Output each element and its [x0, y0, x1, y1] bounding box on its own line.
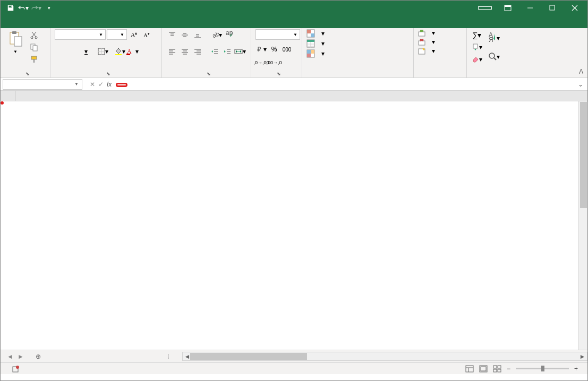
svg-rect-14: [126, 54, 130, 55]
svg-rect-28: [419, 32, 425, 36]
fx-icon[interactable]: fx: [107, 81, 112, 88]
svg-rect-38: [466, 366, 473, 372]
undo-icon[interactable]: ▾: [18, 2, 29, 14]
align-bottom-icon[interactable]: [192, 29, 203, 41]
format-painter-icon[interactable]: [28, 54, 40, 65]
redo-icon[interactable]: ▾: [30, 2, 42, 14]
sheet-nav-prev-icon[interactable]: ◄: [7, 353, 13, 360]
percent-icon[interactable]: %: [268, 44, 280, 55]
cut-icon[interactable]: [28, 29, 40, 41]
svg-rect-25: [307, 50, 311, 54]
align-middle-icon[interactable]: [179, 29, 191, 41]
svg-text:₽: ₽: [257, 46, 261, 53]
select-all-corner[interactable]: [1, 91, 15, 101]
zoom-in-icon[interactable]: +: [574, 365, 578, 373]
horizontal-scrollbar[interactable]: ◄ ►: [182, 352, 587, 361]
dialog-launcher-icon[interactable]: ⬊: [207, 71, 211, 76]
increase-font-icon[interactable]: A▴: [128, 29, 140, 41]
svg-text:ab: ab: [226, 31, 233, 37]
align-center-icon[interactable]: [179, 46, 191, 57]
ribbon-options-icon[interactable]: [497, 1, 518, 15]
font-color-icon[interactable]: A▾: [127, 46, 139, 57]
svg-rect-27: [307, 54, 311, 57]
dialog-launcher-icon[interactable]: ⬊: [106, 71, 110, 76]
increase-decimal-icon[interactable]: ,0→,00: [255, 57, 267, 68]
clear-icon[interactable]: ▾: [471, 54, 483, 65]
number-format-combo[interactable]: ▼: [255, 29, 300, 40]
dialog-launcher-icon[interactable]: ⬊: [25, 71, 30, 76]
svg-rect-5: [14, 37, 22, 46]
ribbon: ▼ ⬊ ▼ ▼ A▴ A▾ ▾ ▾: [1, 28, 587, 78]
svg-point-35: [489, 53, 495, 58]
svg-text:Я: Я: [489, 36, 493, 44]
align-left-icon[interactable]: [166, 46, 178, 57]
signin-button[interactable]: [478, 6, 492, 10]
spreadsheet-grid[interactable]: [1, 91, 587, 350]
borders-icon[interactable]: ▾: [97, 46, 109, 57]
enter-formula-icon[interactable]: ✓: [98, 81, 104, 88]
svg-rect-2: [550, 5, 555, 10]
vertical-scrollbar[interactable]: [578, 101, 587, 350]
increase-indent-icon[interactable]: [221, 46, 233, 57]
svg-rect-43: [493, 369, 497, 372]
font-name-combo[interactable]: ▼: [55, 29, 106, 40]
zoom-out-icon[interactable]: −: [507, 365, 510, 373]
decrease-font-icon[interactable]: A▾: [141, 29, 152, 41]
maximize-icon[interactable]: [542, 1, 563, 15]
dialog-launcher-icon[interactable]: ⬊: [277, 71, 281, 76]
align-right-icon[interactable]: [192, 46, 203, 57]
svg-rect-26: [311, 50, 314, 54]
format-as-table-button[interactable]: ▾: [306, 39, 325, 48]
cancel-formula-icon[interactable]: ✕: [90, 81, 95, 88]
font-size-combo[interactable]: ▼: [107, 29, 127, 40]
minimize-icon[interactable]: [519, 1, 541, 15]
save-icon[interactable]: [5, 2, 16, 14]
autosum-icon[interactable]: ∑▾: [471, 29, 483, 41]
svg-rect-32: [473, 44, 478, 48]
italic-button[interactable]: [67, 46, 79, 57]
paste-button[interactable]: ▼: [5, 29, 26, 55]
add-sheet-button[interactable]: ⊕: [30, 353, 46, 360]
wrap-text-icon[interactable]: ab: [224, 29, 235, 41]
currency-icon[interactable]: ₽▾: [255, 44, 267, 55]
svg-rect-42: [498, 366, 501, 368]
svg-rect-44: [498, 369, 501, 372]
bold-button[interactable]: [55, 46, 66, 57]
close-icon[interactable]: [564, 1, 585, 15]
svg-rect-9: [33, 46, 37, 51]
view-layout-icon[interactable]: [479, 365, 488, 373]
delete-cells-button[interactable]: ▾: [418, 38, 435, 46]
svg-rect-23: [307, 40, 314, 42]
sort-filter-icon[interactable]: АЯ▾: [488, 29, 500, 47]
orientation-icon[interactable]: ab▾: [211, 29, 223, 41]
qat-customize-icon[interactable]: ▾: [43, 2, 55, 14]
decrease-decimal-icon[interactable]: ,00→,0: [268, 57, 280, 68]
titlebar: ▾ ▾ ▾: [1, 1, 587, 15]
merge-icon[interactable]: ▾: [234, 46, 246, 57]
svg-rect-11: [33, 59, 35, 63]
expand-formula-bar-icon[interactable]: ⌄: [574, 81, 587, 88]
cell-styles-button[interactable]: ▾: [306, 49, 325, 58]
view-pagebreak-icon[interactable]: [493, 365, 501, 373]
copy-icon[interactable]: [28, 41, 40, 53]
macro-record-icon[interactable]: [12, 365, 20, 373]
decrease-indent-icon[interactable]: [209, 46, 220, 57]
zoom-slider[interactable]: [516, 368, 569, 369]
find-select-icon[interactable]: ▾: [488, 48, 500, 66]
name-box[interactable]: ▼: [3, 79, 82, 90]
format-cells-button[interactable]: ▾: [418, 47, 435, 55]
fill-icon[interactable]: ▾: [471, 41, 483, 53]
view-normal-icon[interactable]: [465, 365, 474, 373]
svg-rect-21: [311, 33, 314, 37]
underline-button[interactable]: ▾: [80, 46, 92, 57]
insert-cells-button[interactable]: ▾: [418, 29, 435, 37]
svg-text:ab: ab: [211, 31, 219, 39]
sheet-nav-next-icon[interactable]: ►: [18, 353, 24, 360]
fill-color-icon[interactable]: ▾: [114, 46, 126, 57]
align-top-icon[interactable]: [166, 29, 178, 41]
comma-icon[interactable]: 000: [281, 44, 293, 55]
collapse-ribbon-icon[interactable]: ᐱ: [579, 68, 583, 75]
svg-rect-30: [419, 41, 425, 45]
statusbar: − +: [1, 362, 587, 374]
conditional-format-button[interactable]: ▾: [306, 29, 325, 38]
